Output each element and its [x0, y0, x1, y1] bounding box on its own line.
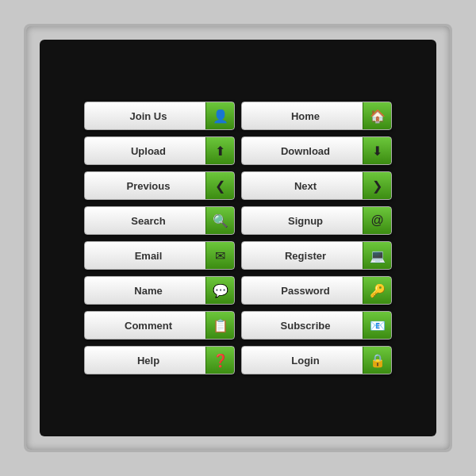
help-button[interactable]: Help❓ [84, 346, 235, 374]
next-button-icon: ❯ [363, 171, 391, 200]
upload-button-icon-glyph: ⬆ [215, 144, 225, 159]
comment-button-label: Comment [85, 320, 205, 332]
comment-button-icon: 📋 [205, 311, 234, 340]
download-button-icon: ⬇ [363, 136, 391, 165]
upload-button-label: Upload [85, 145, 205, 157]
join-us-button-icon-glyph: 👤 [213, 109, 228, 124]
outer-frame: Join Us👤Home🏠Upload⬆Download⬇Previous❮Ne… [24, 24, 452, 452]
join-us-button-label: Join Us [85, 110, 205, 122]
home-button[interactable]: Home🏠 [241, 102, 392, 130]
login-button[interactable]: Login🔒 [241, 346, 392, 374]
search-button[interactable]: Search🔍 [84, 206, 235, 235]
comment-button-icon-glyph: 📋 [213, 318, 228, 333]
register-button-label: Register [242, 250, 363, 262]
next-button-icon-glyph: ❯ [372, 178, 382, 194]
login-button-icon-glyph: 🔒 [370, 353, 386, 368]
email-button-icon-glyph: ✉ [215, 248, 225, 263]
name-button-icon-glyph: 💬 [213, 283, 228, 298]
next-button-label: Next [242, 180, 363, 192]
upload-button-icon: ⬆ [205, 136, 234, 165]
next-button[interactable]: Next❯ [241, 171, 392, 200]
email-button[interactable]: Email✉ [84, 241, 235, 270]
download-button[interactable]: Download⬇ [241, 136, 392, 165]
signup-button-icon-glyph: @ [370, 213, 383, 228]
login-button-icon: 🔒 [363, 346, 391, 374]
home-button-icon-glyph: 🏠 [370, 109, 386, 124]
download-button-icon-glyph: ⬇ [372, 144, 382, 159]
register-button-icon: 💻 [363, 241, 391, 270]
login-button-label: Login [242, 355, 363, 367]
comment-button[interactable]: Comment📋 [84, 311, 235, 340]
password-button-icon: 🔑 [363, 276, 391, 305]
join-us-button[interactable]: Join Us👤 [84, 102, 235, 130]
join-us-button-icon: 👤 [205, 102, 234, 130]
home-button-icon: 🏠 [363, 102, 391, 130]
subscribe-button-icon: 📧 [363, 311, 391, 340]
previous-button[interactable]: Previous❮ [84, 171, 235, 200]
signup-button[interactable]: Signup@ [241, 206, 392, 235]
register-button-icon-glyph: 💻 [370, 248, 386, 263]
inner-panel: Join Us👤Home🏠Upload⬆Download⬇Previous❮Ne… [40, 40, 436, 436]
search-button-icon: 🔍 [205, 206, 234, 235]
subscribe-button[interactable]: Subscribe📧 [241, 311, 392, 340]
password-button-icon-glyph: 🔑 [370, 283, 386, 298]
signup-button-label: Signup [242, 215, 363, 227]
button-grid: Join Us👤Home🏠Upload⬆Download⬇Previous❮Ne… [68, 86, 408, 390]
search-button-label: Search [85, 215, 205, 227]
search-button-icon-glyph: 🔍 [213, 213, 228, 228]
download-button-label: Download [242, 145, 363, 157]
previous-button-label: Previous [85, 180, 205, 192]
home-button-label: Home [242, 110, 363, 122]
name-button-icon: 💬 [205, 276, 234, 305]
previous-button-icon-glyph: ❮ [215, 178, 225, 194]
help-button-label: Help [85, 355, 205, 367]
upload-button[interactable]: Upload⬆ [84, 136, 235, 165]
subscribe-button-icon-glyph: 📧 [370, 318, 386, 333]
name-button[interactable]: Name💬 [84, 276, 235, 305]
subscribe-button-label: Subscribe [242, 320, 363, 332]
password-button[interactable]: Password🔑 [241, 276, 392, 305]
help-button-icon: ❓ [205, 346, 234, 374]
password-button-label: Password [242, 285, 363, 297]
email-button-icon: ✉ [205, 241, 234, 270]
previous-button-icon: ❮ [205, 171, 234, 200]
email-button-label: Email [85, 250, 205, 262]
name-button-label: Name [85, 285, 205, 297]
help-button-icon-glyph: ❓ [213, 353, 228, 368]
register-button[interactable]: Register💻 [241, 241, 392, 270]
signup-button-icon: @ [363, 206, 391, 235]
